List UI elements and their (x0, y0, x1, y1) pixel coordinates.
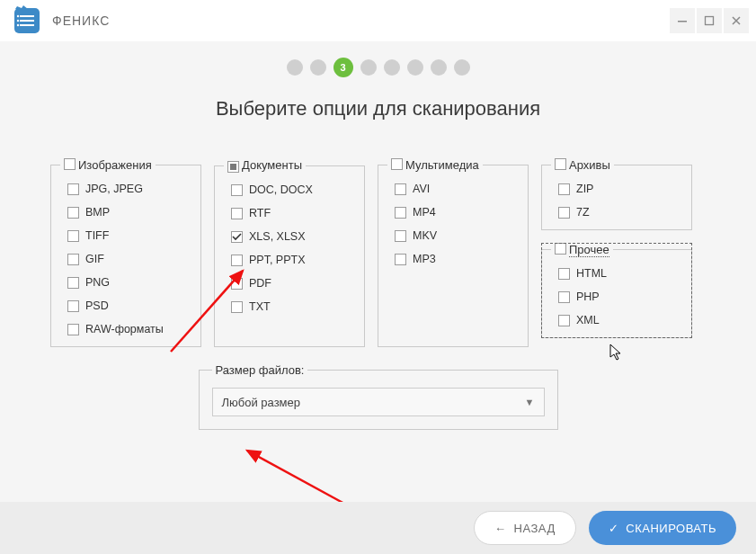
opt-html[interactable]: HTML (551, 262, 682, 285)
opt-php-label: PHP (576, 290, 600, 303)
opt-7z-label: 7Z (576, 206, 590, 219)
opt-mp4-label: MP4 (413, 206, 436, 219)
opt-xml[interactable]: XML (551, 308, 682, 332)
opt-mp4[interactable]: MP4 (387, 201, 519, 224)
step-dot-3-active: 3 (334, 58, 353, 77)
group-documents-checkbox[interactable] (227, 161, 239, 173)
opt-7z[interactable]: 7Z (551, 201, 682, 224)
opt-xml-label: XML (576, 314, 600, 326)
opt-mp3-label: MP3 (413, 253, 436, 265)
app-logo (11, 4, 43, 37)
step-dot-5 (384, 59, 400, 76)
maximize-button[interactable] (697, 8, 722, 33)
group-documents-legend[interactable]: Документы (224, 158, 306, 173)
opt-gif-label: GIF (85, 253, 104, 265)
opt-pdf-label: PDF (249, 277, 271, 290)
group-multimedia: Мультимедиа AVI MP4 MKV MP3 (378, 158, 529, 347)
stepper: 3 (0, 59, 756, 77)
group-multimedia-checkbox[interactable] (391, 158, 403, 170)
step-dot-4 (360, 59, 377, 76)
file-size-legend: Размер файлов: (212, 363, 308, 377)
opt-doc-label: DOC, DOCX (249, 183, 313, 196)
svg-rect-7 (678, 21, 687, 22)
scan-button-label: СКАНИРОВАТЬ (626, 522, 716, 535)
footer: ← НАЗАД ✓ СКАНИРОВАТЬ (0, 502, 756, 554)
opt-bmp[interactable]: BMP (60, 201, 191, 224)
group-other-title: Прочее (569, 243, 609, 257)
svg-rect-2 (20, 20, 34, 22)
group-multimedia-legend[interactable]: Мультимедиа (387, 158, 483, 172)
page-title: Выберите опции для сканирования (0, 97, 756, 121)
opt-txt-label: TXT (249, 300, 271, 313)
file-size-block: Размер файлов: Любой размер ▼ (199, 363, 558, 430)
group-other: Прочее HTML PHP XML (541, 243, 692, 338)
back-button[interactable]: ← НАЗАД (474, 511, 576, 545)
content: 3 Выберите опции для сканирования Изобра… (0, 41, 756, 554)
scan-button[interactable]: ✓ СКАНИРОВАТЬ (589, 511, 736, 545)
opt-php[interactable]: PHP (551, 285, 682, 308)
group-images-checkbox[interactable] (64, 158, 76, 170)
group-other-legend[interactable]: Прочее (551, 243, 613, 256)
app-title: ФЕНИКС (52, 13, 668, 28)
opt-zip[interactable]: ZIP (551, 177, 682, 201)
close-button[interactable] (724, 8, 749, 33)
opt-raw[interactable]: RAW-форматы (60, 317, 191, 341)
opt-tiff-label: TIFF (85, 229, 109, 242)
group-multimedia-title: Мультимедиа (405, 158, 479, 172)
file-size-fieldset: Размер файлов: Любой размер ▼ (199, 363, 558, 430)
opt-xls[interactable]: XLS, XLSX (224, 225, 355, 248)
opt-txt[interactable]: TXT (224, 295, 355, 318)
step-dot-8 (454, 59, 470, 76)
opt-avi-label: AVI (413, 183, 430, 195)
opt-zip-label: ZIP (576, 183, 593, 195)
opt-psd-label: PSD (85, 299, 109, 312)
opt-ppt-label: PPT, PPTX (249, 254, 306, 266)
opt-bmp-label: BMP (85, 206, 110, 219)
opt-tiff[interactable]: TIFF (60, 224, 191, 247)
step-dot-7 (431, 59, 447, 76)
svg-rect-8 (706, 17, 714, 25)
dropdown-caret-icon: ▼ (525, 397, 535, 407)
opt-rtf[interactable]: RTF (224, 201, 355, 225)
opt-html-label: HTML (576, 267, 607, 280)
opt-ppt[interactable]: PPT, PPTX (224, 248, 355, 272)
opt-mkv[interactable]: MKV (387, 224, 519, 247)
group-archives: Архивы ZIP 7Z (541, 158, 692, 230)
file-size-select[interactable]: Любой размер ▼ (212, 388, 545, 416)
titlebar: ФЕНИКС (0, 0, 756, 41)
group-images-title: Изображения (78, 158, 152, 172)
window-controls (668, 8, 749, 33)
group-other-checkbox[interactable] (555, 243, 566, 255)
group-archives-checkbox[interactable] (555, 158, 566, 170)
svg-rect-3 (20, 24, 34, 26)
arrow-left-icon: ← (494, 522, 507, 535)
opt-pdf[interactable]: PDF (224, 272, 355, 295)
minimize-button[interactable] (670, 8, 695, 33)
step-dot-1 (287, 59, 303, 76)
opt-rtf-label: RTF (249, 207, 271, 219)
svg-line-10 (247, 451, 346, 505)
opt-doc[interactable]: DOC, DOCX (224, 178, 355, 201)
step-dot-6 (407, 59, 423, 76)
svg-point-4 (17, 15, 19, 17)
svg-point-6 (17, 24, 19, 26)
group-images-legend[interactable]: Изображения (60, 158, 156, 172)
opt-psd[interactable]: PSD (60, 294, 191, 317)
group-documents-title: Документы (242, 158, 302, 172)
group-images: Изображения JPG, JPEG BMP TIFF GIF PNG P… (50, 158, 201, 347)
opt-xls-label: XLS, XLSX (249, 230, 306, 243)
step-dot-2 (310, 59, 326, 76)
opt-jpg[interactable]: JPG, JPEG (60, 177, 191, 201)
opt-jpg-label: JPG, JPEG (85, 183, 143, 195)
opt-avi[interactable]: AVI (387, 177, 519, 201)
group-archives-title: Архивы (569, 158, 610, 172)
svg-rect-1 (20, 15, 34, 17)
filetype-groups: Изображения JPG, JPEG BMP TIFF GIF PNG P… (0, 158, 756, 347)
opt-mp3[interactable]: MP3 (387, 247, 519, 271)
check-icon: ✓ (609, 522, 619, 535)
opt-png[interactable]: PNG (60, 271, 191, 294)
opt-raw-label: RAW-форматы (85, 323, 164, 335)
file-size-selected: Любой размер (222, 396, 301, 409)
group-archives-legend[interactable]: Архивы (551, 158, 614, 172)
opt-gif[interactable]: GIF (60, 247, 191, 271)
